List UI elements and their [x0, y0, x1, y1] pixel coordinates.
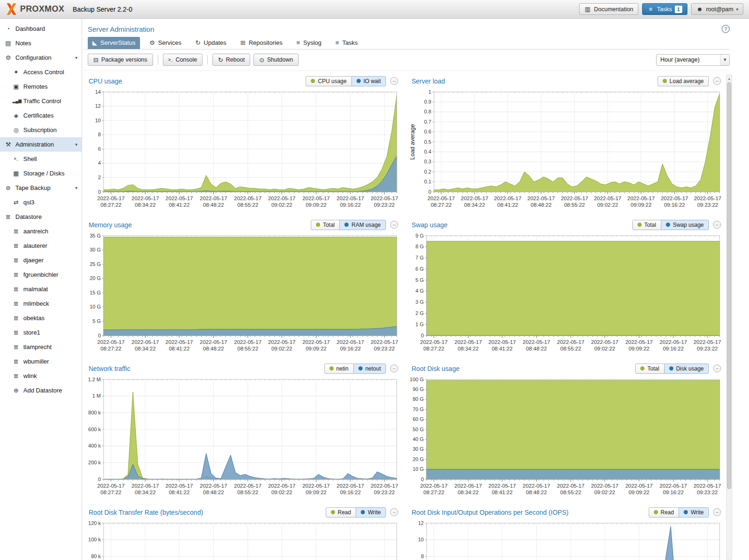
sidebar-item-add-datastore[interactable]: ⊕Add Datastore: [0, 383, 82, 398]
svg-text:08:27:22: 08:27:22: [100, 346, 121, 351]
sidebar-item-configuration[interactable]: ⚙Configuration▾: [0, 50, 82, 65]
console-button[interactable]: >_Console: [163, 54, 203, 66]
legend-toggle-ram-usage[interactable]: RAM usage: [339, 220, 386, 230]
legend-toggle-write[interactable]: Write: [356, 507, 386, 518]
sidebar-item-access-control[interactable]: ✦Access Control: [0, 65, 82, 79]
legend-toggle-load-average[interactable]: Load average: [658, 76, 709, 86]
sidebar-item-remotes[interactable]: ▣Remotes: [0, 79, 82, 94]
legend-label: Read: [338, 509, 351, 516]
svg-text:09:16:22: 09:16:22: [664, 202, 685, 208]
vertical-scrollbar[interactable]: ▲: [726, 75, 732, 560]
sidebar-item-wbumiller[interactable]: ≣wbumiller: [0, 354, 82, 369]
sidebar-item-mlimbeck[interactable]: ≣mlimbeck: [0, 296, 82, 311]
svg-text:09:02:22: 09:02:22: [271, 202, 292, 208]
sidebar-item-wlink[interactable]: ≣wlink: [0, 369, 82, 383]
sidebar-item-subscription[interactable]: ◎Subscription: [0, 123, 82, 137]
scroll-thumb[interactable]: [727, 82, 731, 489]
legend-toggle-cpu-usage[interactable]: CPU usage: [306, 76, 351, 86]
shutdown-button[interactable]: ⊙Shutdown: [253, 54, 299, 66]
chart-title: Root Disk Transfer Rate (bytes/second): [89, 509, 203, 516]
sidebar-item-obektas[interactable]: ≣obektas: [0, 311, 82, 325]
svg-text:08:55:22: 08:55:22: [560, 490, 581, 495]
legend-toggle-total[interactable]: Total: [311, 220, 340, 230]
tab-syslog[interactable]: ≡Syslog: [292, 37, 326, 49]
sidebar-item-dashboard[interactable]: ◔Dashboard: [0, 21, 82, 36]
legend-toggle-total[interactable]: Total: [632, 220, 661, 230]
legend-toggle-io-wait[interactable]: IO wait: [351, 76, 386, 86]
legend-toggle-disk-usage[interactable]: Disk usage: [664, 364, 709, 374]
documentation-button[interactable]: ▥ Documentation: [579, 3, 638, 15]
chart-title: Root Disk usage: [412, 365, 460, 372]
sidebar-item-malmalat[interactable]: ≣malmalat: [0, 282, 82, 296]
sidebar-item-label: tlamprecht: [23, 343, 52, 350]
collapse-chart-button[interactable]: −: [390, 364, 398, 372]
sidebar-item-traffic-control[interactable]: ▂▄▆Traffic Control: [0, 94, 82, 108]
package-versions-button[interactable]: ⊟Package versions: [88, 54, 153, 66]
tab-tasks[interactable]: ≡Tasks: [331, 37, 363, 49]
collapse-arrow-icon[interactable]: ▾: [75, 55, 82, 60]
svg-text:09:09:22: 09:09:22: [306, 346, 327, 351]
svg-text:2022-05-17: 2022-05-17: [661, 196, 688, 201]
collapse-chart-button[interactable]: −: [713, 508, 721, 516]
svg-text:2022-05-17: 2022-05-17: [494, 196, 521, 201]
legend-toggle-read[interactable]: Read: [649, 507, 679, 518]
legend-toggle-total[interactable]: Total: [635, 364, 664, 374]
collapse-chart-button[interactable]: −: [390, 221, 398, 229]
legend-toggle-write[interactable]: Write: [679, 507, 709, 518]
svg-text:2022-05-17: 2022-05-17: [302, 483, 330, 489]
svg-text:1: 1: [428, 89, 431, 95]
sidebar-item-storage-disks[interactable]: ▦Storage / Disks: [0, 166, 82, 181]
sidebar-item-store1[interactable]: ≣store1: [0, 325, 82, 340]
legend-toggle-netin[interactable]: netin: [324, 364, 354, 374]
tab-repositories[interactable]: ⊞Repositories: [236, 37, 287, 49]
collapse-arrow-icon[interactable]: ▾: [75, 142, 82, 147]
svg-text:08:48:22: 08:48:22: [203, 490, 224, 495]
sidebar-item-fgruenbichler[interactable]: ≣fgruenbichler: [0, 267, 82, 282]
svg-text:0.5: 0.5: [424, 139, 431, 145]
collapse-chart-button[interactable]: −: [713, 77, 721, 85]
tab-serverstatus[interactable]: ◣ServerStatus: [88, 37, 140, 49]
svg-text:2022-05-17: 2022-05-17: [627, 196, 655, 201]
sidebar-item-notes[interactable]: ▤Notes: [0, 36, 82, 50]
collapse-chart-button[interactable]: −: [713, 221, 721, 229]
chart-canvas: 024681012142022-05-1708:27:222022-05-170…: [84, 87, 399, 214]
sidebar-item-tlamprecht[interactable]: ≣tlamprecht: [0, 340, 82, 354]
sidebar-item-aantreich[interactable]: ≣aantreich: [0, 224, 82, 238]
svg-text:20 G: 20 G: [90, 275, 101, 281]
tab-updates[interactable]: ↻Updates: [191, 37, 231, 49]
sidebar-item-administration[interactable]: ⚒Administration▾: [0, 137, 82, 152]
sidebar-item-datastore[interactable]: ≣Datastore: [0, 210, 82, 224]
legend-toggle-read[interactable]: Read: [326, 507, 357, 518]
administration-icon: ⚒: [5, 141, 12, 147]
sidebar-item-certificates[interactable]: ◈Certificates: [0, 108, 82, 123]
time-range-select[interactable]: Hour (average)▼: [656, 54, 730, 66]
time-range-value: Hour (average): [660, 56, 700, 63]
tab-services[interactable]: ⚙Services: [145, 37, 186, 49]
shell-icon: >_: [13, 157, 20, 161]
sidebar-item-tape-backup[interactable]: ⊚Tape Backup▾: [0, 181, 82, 195]
svg-text:9 G: 9 G: [415, 233, 424, 238]
help-button[interactable]: ?: [721, 25, 730, 33]
collapse-chart-button[interactable]: −: [713, 364, 721, 372]
tasks-button[interactable]: ≡ Tasks 1: [642, 3, 687, 15]
legend-toggle-netout[interactable]: netout: [353, 364, 386, 374]
reboot-button[interactable]: ↻Reboot: [212, 54, 250, 66]
svg-text:2022-05-17: 2022-05-17: [97, 483, 125, 489]
user-menu-button[interactable]: ☻ root@pam ▾: [691, 3, 743, 15]
sidebar-item-shell[interactable]: >_Shell: [0, 152, 82, 166]
sidebar-item-qsl3[interactable]: ⇄qsl3: [0, 195, 82, 210]
user-label: root@pam: [706, 6, 734, 13]
sidebar-item-label: Certificates: [23, 112, 54, 119]
sidebar-item-alauterer[interactable]: ≣alauterer: [0, 238, 82, 253]
tasks-badge: 1: [675, 6, 682, 13]
chart-panel-root-disk-input-output-operations-per-second-iops: Root Disk Input/Output Operations per Se…: [407, 506, 723, 560]
legend-toggle-swap-usage[interactable]: Swap usage: [661, 220, 709, 230]
proxmox-logo: PROXMOX: [6, 3, 64, 15]
svg-text:09:09:22: 09:09:22: [306, 202, 327, 208]
scroll-up-button[interactable]: ▲: [727, 75, 732, 82]
collapse-chart-button[interactable]: −: [390, 77, 398, 85]
collapse-arrow-icon[interactable]: ▾: [75, 185, 82, 190]
sidebar-item-label: wbumiller: [23, 358, 49, 365]
collapse-chart-button[interactable]: −: [390, 508, 398, 516]
sidebar-item-djaeger[interactable]: ≣djaeger: [0, 253, 82, 267]
